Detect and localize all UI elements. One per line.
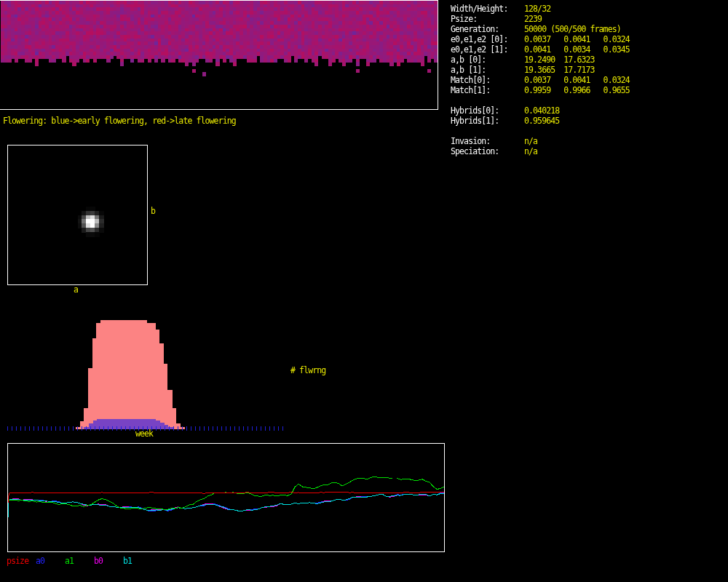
genotype-blob-canvas [8, 146, 147, 284]
simulation-app: { "app": { "background": "#000000" }, "p… [0, 0, 728, 582]
stat-label: a,b [0]: [451, 55, 486, 65]
stat-label: Invasion: [451, 137, 490, 146]
legend-item-b0: b0 [94, 557, 103, 566]
stat-label: a,b [1]: [451, 65, 486, 75]
population-grid-canvas [0, 1, 438, 110]
stat-label: Width/Height: [451, 4, 507, 14]
stat-value: 19.2490 17.6323 [524, 55, 595, 65]
legend-item-a1: a1 [65, 557, 74, 566]
genotype-y-axis-label: b [151, 207, 155, 216]
legend-item-psize: psize [7, 557, 28, 566]
stat-value: 0.0041 0.0034 0.0345 [524, 45, 630, 55]
stat-value: n/a [524, 147, 537, 156]
genotype-panel [7, 145, 148, 285]
stat-label: Generation: [451, 25, 499, 34]
stat-value: 2239 [524, 15, 542, 24]
stat-value: 0.9959 0.9966 0.9655 [524, 86, 630, 95]
stat-label: Match[0]: [451, 76, 490, 85]
flowering-caption: Flowering: blue->early flowering, red->l… [3, 116, 236, 126]
stat-value: 128/32 [524, 4, 550, 14]
stat-label: Speciation: [451, 147, 499, 156]
stat-value: 50000 (500/500 frames) [524, 25, 621, 34]
legend-item-b1: b1 [123, 557, 132, 566]
series-a0 [8, 493, 444, 519]
stat-value: n/a [524, 137, 537, 146]
legend-item-a0: a0 [36, 557, 44, 566]
stat-label: Hybrids[0]: [451, 106, 499, 116]
stat-value: 0.0037 0.0041 0.0324 [524, 76, 630, 85]
stat-value: 0.959645 [524, 116, 559, 126]
stat-label: Hybrids[1]: [451, 116, 499, 126]
population-grid-panel [0, 0, 438, 110]
flowering-histogram [0, 306, 466, 433]
stat-value: 0.040218 [524, 106, 559, 116]
genotype-x-axis-label: a [74, 285, 78, 295]
stat-label: e0,e1,e2 [1]: [451, 45, 507, 55]
series-psize [8, 493, 444, 503]
stat-label: Match[1]: [451, 86, 490, 95]
stat-value: 0.0037 0.0041 0.0324 [524, 35, 630, 44]
stat-value: 19.3665 17.7173 [524, 65, 595, 75]
flowering-y-axis-label: # flwrng [290, 366, 325, 375]
stat-label: Psize: [451, 15, 477, 24]
stat-label: e0,e1,e2 [0]: [451, 35, 507, 44]
